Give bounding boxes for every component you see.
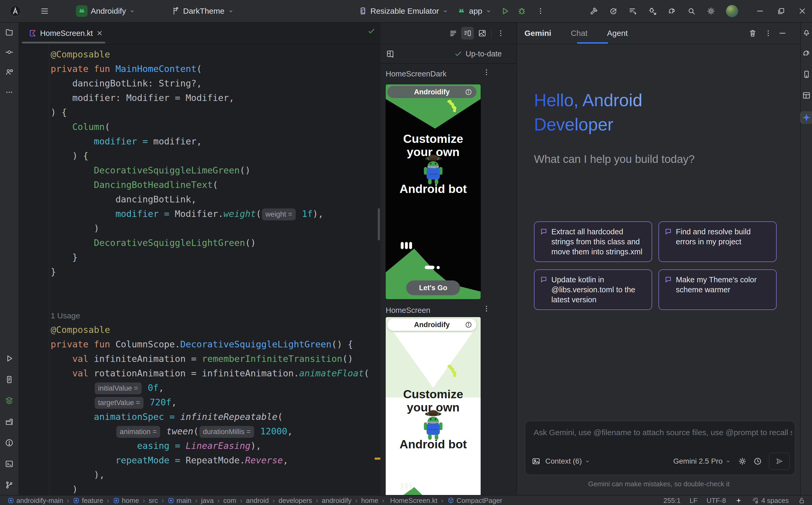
inlay-hint-chip[interactable]: initialValue = bbox=[95, 382, 142, 394]
code-line[interactable]: animationSpec = infiniteRepeatable( bbox=[51, 409, 369, 424]
commit-icon[interactable] bbox=[4, 47, 14, 57]
code-line[interactable]: @Composable bbox=[51, 323, 369, 337]
split-view-button[interactable] bbox=[461, 27, 474, 39]
run-config-selector[interactable]: app bbox=[457, 0, 492, 22]
gemini-settings-icon[interactable] bbox=[738, 457, 747, 466]
code-line[interactable]: val rotationAnimation = infiniteAnimatio… bbox=[51, 366, 369, 381]
code-line[interactable]: ) { bbox=[51, 149, 369, 163]
sparkle-icon[interactable] bbox=[735, 497, 742, 504]
breadcrumb-item[interactable]: main bbox=[167, 497, 191, 505]
code-line[interactable]: ) bbox=[51, 482, 369, 497]
code-line[interactable]: ) { bbox=[51, 105, 369, 120]
code-view-button[interactable] bbox=[447, 27, 460, 39]
run-button[interactable] bbox=[500, 0, 510, 22]
code-line[interactable]: val infiniteAnimation = rememberInfinite… bbox=[51, 352, 369, 366]
breadcrumb-item[interactable]: home bbox=[113, 497, 139, 505]
tab-close-icon[interactable]: ✕ bbox=[97, 29, 103, 38]
caret-position[interactable]: 255:1 bbox=[664, 497, 681, 505]
context-dropdown[interactable]: Context (6) bbox=[545, 457, 582, 466]
terminal-icon[interactable] bbox=[4, 459, 14, 469]
vcs-branch-selector[interactable]: DarkTheme bbox=[171, 0, 234, 22]
breadcrumb-item[interactable]: developers bbox=[278, 497, 312, 505]
hide-panel-button[interactable] bbox=[778, 23, 787, 44]
code-line[interactable]: @Composable bbox=[51, 47, 369, 62]
breadcrumb-item[interactable]: feature bbox=[73, 497, 103, 505]
code-line[interactable]: dancingBotLink: String?, bbox=[51, 76, 369, 91]
gradle-sync-icon[interactable] bbox=[668, 7, 676, 16]
pull-requests-icon[interactable] bbox=[4, 67, 14, 77]
version-control-icon[interactable] bbox=[4, 480, 14, 490]
settings-gear-icon[interactable] bbox=[706, 7, 715, 16]
breadcrumb-item[interactable]: home bbox=[361, 497, 378, 505]
code-line[interactable]: dancingBotLink, bbox=[51, 192, 369, 207]
code-line[interactable]: DecorativeSquiggleLightGreen() bbox=[51, 235, 369, 250]
tab-agent[interactable]: Agent bbox=[607, 29, 627, 38]
gemini-input-box[interactable]: Ask Gemini, use @filename to attach sour… bbox=[525, 421, 795, 475]
inlay-hint-chip[interactable]: weight = bbox=[262, 208, 296, 220]
code-line[interactable]: modifier = modifier, bbox=[51, 134, 369, 149]
sync-code-icon[interactable]: A bbox=[609, 7, 618, 16]
suggestion-card[interactable]: Extract all hardcoded strings from this … bbox=[534, 221, 652, 262]
inlay-hint-chip[interactable]: durationMillis = bbox=[200, 426, 254, 438]
running-devices-icon[interactable] bbox=[4, 395, 14, 406]
code-line[interactable]: modifier: Modifier = Modifier, bbox=[51, 91, 369, 105]
gemini-options-button[interactable] bbox=[764, 23, 772, 44]
unlocked-icon[interactable] bbox=[798, 497, 806, 504]
code-line[interactable]: DecorativeSquiggleLimeGreen() bbox=[51, 163, 369, 178]
problems-icon[interactable] bbox=[4, 438, 14, 448]
suggestion-card[interactable]: Update kotlin in @libs.version.toml to t… bbox=[534, 270, 652, 310]
build-icon[interactable] bbox=[4, 416, 14, 427]
code-line[interactable]: modifier = Modifier.weight(weight = 1f), bbox=[51, 207, 369, 221]
more-run-options-button[interactable] bbox=[537, 0, 545, 22]
indent-setting[interactable]: 4 spaces bbox=[751, 497, 789, 505]
tab-chat[interactable]: Chat bbox=[571, 29, 587, 38]
inlay-hint-chip[interactable]: animation = bbox=[116, 426, 160, 438]
code-line[interactable]: ), bbox=[51, 468, 369, 482]
attach-image-icon[interactable] bbox=[532, 457, 541, 466]
preview-build-status[interactable]: Up-to-date bbox=[454, 44, 502, 63]
inlay-hint-chip[interactable]: targetValue = bbox=[95, 397, 143, 409]
profiler-icon[interactable] bbox=[628, 7, 637, 16]
breadcrumb-item[interactable]: android bbox=[246, 497, 269, 505]
line-separator[interactable]: LF bbox=[690, 497, 698, 505]
code-line[interactable]: } bbox=[51, 265, 369, 279]
code-line[interactable]: easing = LinearEasing), bbox=[51, 439, 369, 453]
editor-options-button[interactable] bbox=[494, 27, 507, 39]
run-icon[interactable] bbox=[4, 353, 14, 364]
code-line[interactable]: Column( bbox=[51, 120, 369, 134]
vertical-scrollbar[interactable] bbox=[378, 208, 380, 240]
horizontal-scrollbar[interactable] bbox=[22, 42, 105, 43]
main-menu-button[interactable] bbox=[40, 0, 49, 22]
layout-inspector-icon[interactable] bbox=[801, 90, 812, 101]
notifications-bell-icon[interactable] bbox=[801, 27, 812, 37]
suggestion-card[interactable]: Find and resolve build errors in my proj… bbox=[659, 221, 777, 262]
build-hammer-icon[interactable] bbox=[589, 7, 598, 16]
device-selector[interactable]: Resizable Emulator bbox=[358, 0, 449, 22]
switch-layout-icon[interactable] bbox=[386, 49, 395, 58]
project-selector[interactable]: Androidify bbox=[76, 0, 135, 22]
design-view-button[interactable] bbox=[476, 27, 489, 39]
delete-conversation-button[interactable] bbox=[748, 23, 757, 44]
code-line[interactable]: animation = tween(durationMillis = 12000… bbox=[51, 424, 369, 439]
attach-debugger-icon[interactable] bbox=[648, 7, 657, 16]
project-folder-icon[interactable] bbox=[4, 27, 14, 37]
breadcrumb-item[interactable]: java bbox=[201, 497, 214, 505]
preview-name-dark[interactable]: HomeScreenDark bbox=[386, 69, 446, 78]
code-line[interactable]: DancingBotHeadlineText( bbox=[51, 178, 369, 192]
code-line[interactable] bbox=[51, 279, 369, 294]
tab-homescreen-kt[interactable]: HomeScreen.kt ✕ bbox=[29, 23, 103, 44]
window-close-button[interactable] bbox=[798, 7, 807, 16]
breadcrumb-item[interactable]: src bbox=[149, 497, 158, 505]
preview-options-icon[interactable] bbox=[481, 303, 492, 314]
model-dropdown[interactable]: Gemini 2.5 Pro bbox=[673, 457, 722, 466]
debug-button[interactable] bbox=[517, 0, 527, 22]
user-avatar[interactable] bbox=[726, 5, 738, 17]
device-manager-icon[interactable] bbox=[801, 69, 812, 79]
more-tool-windows-icon[interactable] bbox=[4, 87, 14, 98]
code-line[interactable]: repeatMode = RepeatMode.Reverse, bbox=[51, 453, 369, 468]
code-editor[interactable]: @Composableprivate fun MainHomeContent( … bbox=[51, 47, 369, 497]
preview-options-icon[interactable] bbox=[481, 67, 492, 77]
inspections-ok-icon[interactable] bbox=[367, 27, 376, 35]
code-line[interactable]: 1 Usage bbox=[51, 308, 369, 323]
gradle-icon[interactable] bbox=[801, 48, 812, 58]
